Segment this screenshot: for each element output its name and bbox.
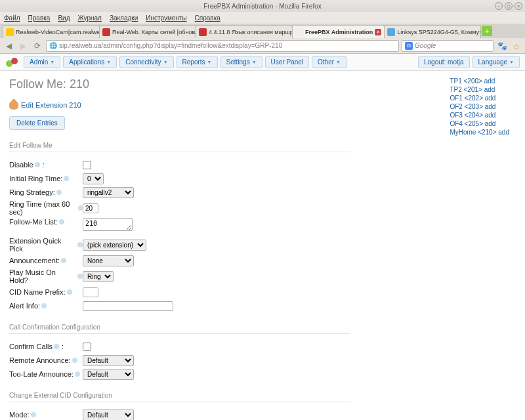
svg-point-1 — [11, 58, 18, 64]
side-link[interactable]: MyHome <210> add — [450, 129, 509, 136]
ring-time-input[interactable] — [83, 203, 98, 213]
tab-4[interactable]: Linksys SPS224G4-G5, Коммутат...× — [384, 25, 481, 38]
help-icon[interactable] — [54, 344, 59, 349]
home-button[interactable]: ⌂ — [511, 40, 522, 52]
section-confirm-title: Call Confirmation Configuration — [9, 324, 350, 331]
cid-prefix-input[interactable] — [83, 287, 98, 297]
tab-0[interactable]: Realweb-VideoCam[cam.realweb...× — [3, 25, 100, 38]
help-icon[interactable] — [35, 162, 40, 167]
nav-settings[interactable]: Settings▼ — [220, 56, 262, 68]
nav-language[interactable]: Language▼ — [472, 56, 520, 68]
ring-strategy-select[interactable]: ringallv2 — [83, 187, 134, 198]
menu-edit[interactable]: Правка — [28, 14, 51, 22]
app-navbar: Admin▼ Applications▼ Connectivity▼ Repor… — [0, 54, 525, 71]
search-input[interactable]: GGoogle — [402, 40, 494, 52]
help-icon[interactable] — [61, 258, 66, 263]
label-alert-info: Alert Info: — [9, 302, 83, 310]
nav-applications[interactable]: Applications▼ — [63, 56, 117, 68]
page-title: Follow Me: 210 — [9, 77, 350, 91]
url-input[interactable]: 🌐sip.realweb.ua/admin/config.php?display… — [46, 40, 399, 52]
followme-list-textarea[interactable]: 210 — [83, 218, 133, 231]
close-icon[interactable]: × — [514, 2, 522, 10]
label-mode: Mode: — [9, 411, 83, 419]
help-icon[interactable] — [59, 219, 64, 224]
initial-ring-select[interactable]: 0 — [83, 173, 104, 184]
label-ring-time: Ring Time (max 60 sec) — [9, 200, 83, 216]
label-ring-strategy: Ring Strategy: — [9, 188, 83, 196]
mode-select[interactable]: Default — [83, 410, 134, 421]
menu-tools[interactable]: Инструменты — [146, 14, 186, 22]
nav-other[interactable]: Other▼ — [312, 56, 346, 68]
forward-button[interactable]: ▶ — [17, 40, 29, 52]
minimize-icon[interactable]: – — [495, 2, 503, 10]
side-link[interactable]: TP2 <201> add — [450, 86, 509, 93]
help-icon[interactable] — [31, 412, 36, 417]
help-icon[interactable] — [64, 176, 69, 181]
side-link[interactable]: OF3 <204> add — [450, 112, 509, 119]
browser-menubar: Файл Правка Вид Журнал Закладки Инструме… — [0, 12, 525, 24]
paw-icon[interactable]: 🐾 — [496, 40, 508, 52]
label-followme-list: Follow-Me List: — [9, 218, 83, 226]
help-icon[interactable] — [41, 303, 47, 308]
divider — [9, 333, 350, 334]
browser-tabbar: Realweb-VideoCam[cam.realweb...× Real-We… — [0, 24, 525, 38]
close-icon[interactable]: × — [375, 29, 381, 35]
window-title-text: FreePBX Administration - Mozilla Firefox — [203, 3, 322, 10]
maximize-icon[interactable]: ◇ — [505, 2, 513, 10]
confirm-calls-checkbox[interactable] — [83, 343, 91, 351]
help-icon[interactable] — [77, 274, 83, 279]
delete-entries-button[interactable]: Delete Entries — [9, 116, 65, 130]
reload-button[interactable]: ⟳ — [32, 40, 43, 52]
side-link[interactable]: OF2 <203> add — [450, 103, 509, 110]
new-tab-button[interactable]: + — [482, 26, 492, 36]
help-icon[interactable] — [77, 242, 83, 247]
edit-extension-link[interactable]: Edit Extension 210 — [9, 100, 350, 110]
label-initial-ring: Initial Ring Time: — [9, 175, 83, 182]
nav-connectivity[interactable]: Connectivity▼ — [119, 56, 173, 68]
nav-userpanel[interactable]: User Panel — [265, 56, 309, 68]
help-icon[interactable] — [67, 289, 72, 295]
label-ext-quick: Extension Quick Pick — [9, 237, 83, 253]
side-link[interactable]: TP1 <200> add — [450, 77, 509, 85]
back-button[interactable]: ◀ — [3, 40, 14, 52]
tab-2[interactable]: 4.4.11.8 Язык описания маршр...× — [196, 25, 293, 38]
divider — [9, 402, 350, 402]
page-content: Admin▼ Applications▼ Connectivity▼ Repor… — [0, 54, 525, 420]
nav-admin[interactable]: Admin▼ — [24, 56, 60, 68]
help-icon[interactable] — [72, 358, 77, 363]
remote-announce-select[interactable]: Default — [83, 355, 134, 366]
help-icon[interactable] — [78, 205, 83, 211]
section-edit-title: Edit Follow Me — [9, 142, 350, 149]
disable-checkbox[interactable] — [83, 161, 91, 169]
label-disable: Disable: — [9, 161, 83, 169]
label-announcement: Announcement: — [9, 257, 83, 264]
browser-urlbar: ◀ ▶ ⟳ 🌐sip.realweb.ua/admin/config.php?d… — [0, 38, 525, 54]
window-titlebar: FreePBX Administration - Mozilla Firefox… — [0, 0, 525, 12]
announcement-select[interactable]: None — [83, 255, 134, 266]
tab-1[interactable]: Real-Web. Карты сетей [обновл...× — [99, 25, 196, 38]
section-cid-title: Change External CID Configuration — [9, 392, 350, 399]
side-link[interactable]: OF4 <205> add — [450, 120, 509, 127]
alert-info-input[interactable] — [83, 301, 173, 311]
music-hold-select[interactable]: Ring — [83, 271, 114, 282]
help-icon[interactable] — [56, 190, 62, 195]
menu-view[interactable]: Вид — [58, 14, 70, 22]
divider — [9, 152, 350, 152]
tab-3[interactable]: FreePBX Administration× — [292, 25, 385, 38]
side-link[interactable]: OF1 <202> add — [450, 94, 509, 102]
label-music-hold: Play Music On Hold? — [9, 268, 83, 284]
label-toolate-announce: Too-Late Announce: — [9, 370, 83, 378]
menu-history[interactable]: Журнал — [77, 14, 102, 22]
nav-logout[interactable]: Logout: motja — [418, 56, 470, 68]
menu-file[interactable]: Файл — [4, 14, 20, 22]
menu-help[interactable]: Справка — [195, 14, 220, 22]
label-cid-prefix: CID Name Prefix: — [9, 288, 83, 296]
label-confirm-calls: Confirm Calls: — [9, 343, 83, 350]
ext-quick-select[interactable]: (pick extension) — [83, 240, 146, 251]
menu-bookmarks[interactable]: Закладки — [110, 14, 138, 22]
toolate-announce-select[interactable]: Default — [83, 369, 134, 380]
user-icon — [9, 100, 18, 110]
label-remote-announce: Remote Announce: — [9, 356, 83, 364]
help-icon[interactable] — [75, 371, 80, 377]
nav-reports[interactable]: Reports▼ — [177, 56, 218, 68]
